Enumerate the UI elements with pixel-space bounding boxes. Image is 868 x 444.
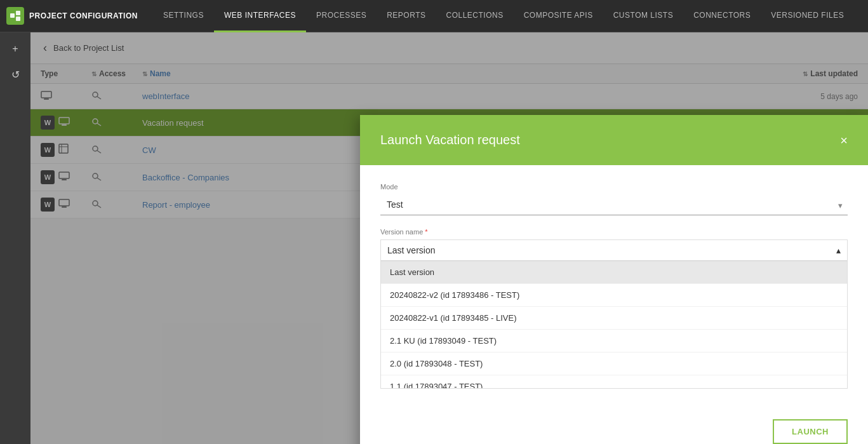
modal-footer: LAUNCH xyxy=(360,419,868,444)
modal-title: Launch Vacation request xyxy=(380,133,520,147)
app-logo: PROJECT CONFIGURATION xyxy=(6,7,138,25)
version-dropdown-header[interactable]: Last version ▴ xyxy=(381,240,847,261)
mode-group: Mode Test ▾ xyxy=(380,183,848,215)
logo-icon xyxy=(6,7,24,25)
sidebar: + ↺ xyxy=(0,32,30,444)
modal-close-button[interactable]: × xyxy=(840,134,848,147)
version-chevron-icon: ▴ xyxy=(836,245,841,255)
launch-button[interactable]: LAUNCH xyxy=(773,419,848,444)
dropdown-item[interactable]: 1.1 (id 17893047 - TEST) xyxy=(381,375,847,388)
mode-select-wrapper: Test ▾ xyxy=(380,194,848,215)
svg-rect-1 xyxy=(16,11,20,15)
nav-tabs: SETTINGS WEB INTERFACES PROCESSES REPORT… xyxy=(153,0,854,32)
app-title: PROJECT CONFIGURATION xyxy=(29,11,138,20)
version-label: Version name * xyxy=(380,228,848,236)
tab-versioned-files[interactable]: VERSIONED FILES xyxy=(761,0,854,32)
tab-collections[interactable]: COLLECTIONS xyxy=(436,0,513,32)
dropdown-item[interactable]: Last version xyxy=(381,261,847,284)
svg-rect-2 xyxy=(16,17,20,21)
modal: Launch Vacation request × Mode Test ▾ xyxy=(360,115,868,444)
version-dropdown: Last version ▴ Last version 20240822-v2 … xyxy=(380,239,848,389)
dropdown-item[interactable]: 2.0 (id 17893048 - TEST) xyxy=(381,353,847,375)
tab-custom-lists[interactable]: CUSTOM LISTS xyxy=(603,0,683,32)
dropdown-item[interactable]: 20240822-v2 (id 17893486 - TEST) xyxy=(381,284,847,307)
modal-header: Launch Vacation request × xyxy=(360,115,868,165)
svg-rect-0 xyxy=(10,13,15,18)
tab-web-interfaces[interactable]: WEB INTERFACES xyxy=(214,0,306,32)
dropdown-item[interactable]: 20240822-v1 (id 17893485 - LIVE) xyxy=(381,307,847,330)
top-nav: PROJECT CONFIGURATION SETTINGS WEB INTER… xyxy=(0,0,868,32)
mode-select[interactable]: Test xyxy=(380,194,848,215)
refresh-button[interactable]: ↺ xyxy=(5,64,25,84)
dropdown-item[interactable]: 2.1 KU (id 17893049 - TEST) xyxy=(381,330,847,353)
required-marker: * xyxy=(425,228,427,236)
tab-processes[interactable]: PROCESSES xyxy=(306,0,377,32)
tab-reports[interactable]: REPORTS xyxy=(377,0,436,32)
modal-body: Mode Test ▾ Version name * xyxy=(360,165,868,419)
version-group: Version name * Last version ▴ Last versi… xyxy=(380,228,848,389)
tab-settings[interactable]: SETTINGS xyxy=(153,0,214,32)
tab-connectors[interactable]: CONNECTORS xyxy=(683,0,761,32)
tab-composite-apis[interactable]: COMPOSITE APIS xyxy=(514,0,603,32)
mode-label: Mode xyxy=(380,183,848,191)
add-button[interactable]: + xyxy=(5,39,25,59)
main-content: ‹ Back to Project List Type ⇅ Access ⇅ N… xyxy=(30,32,868,444)
version-dropdown-list: Last version 20240822-v2 (id 17893486 - … xyxy=(381,261,847,388)
